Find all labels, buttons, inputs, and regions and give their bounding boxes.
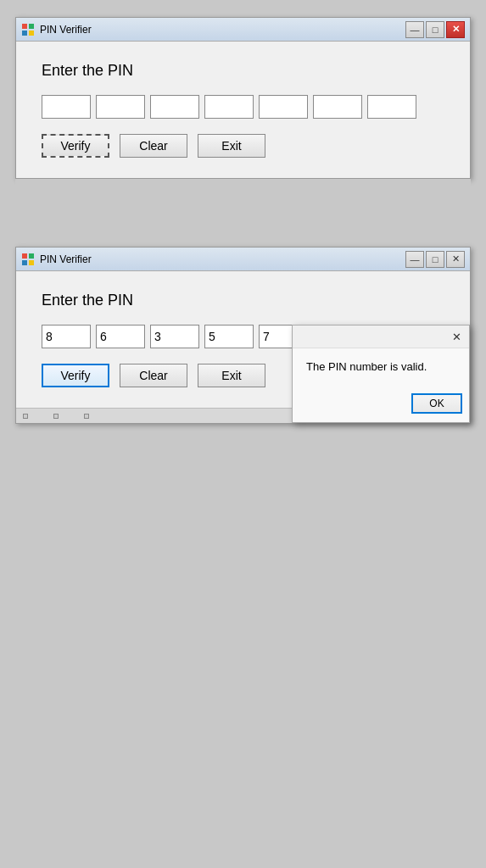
maximize-button-1[interactable]: □ xyxy=(426,21,444,38)
dialog-message: The PIN number is valid. xyxy=(306,360,455,373)
window-2: PIN Verifier — □ ✕ Enter the PIN Verify … xyxy=(15,247,471,424)
window-title-1: PIN Verifier xyxy=(40,24,405,36)
verify-button-2[interactable]: Verify xyxy=(42,364,109,387)
pin-input-2-1[interactable] xyxy=(96,325,145,348)
pin-input-2-3[interactable] xyxy=(204,325,254,348)
pin-input-2-0[interactable] xyxy=(42,325,91,348)
close-button-1[interactable]: ✕ xyxy=(446,21,465,38)
app-icon xyxy=(21,23,35,36)
dialog-titlebar: ✕ xyxy=(293,326,469,348)
dialog-body: The PIN number is valid. xyxy=(293,348,469,393)
button-row-1: Verify Clear Exit xyxy=(42,134,444,158)
strip-dots xyxy=(23,414,89,419)
dialog-ok-button[interactable]: OK xyxy=(411,393,462,414)
app-icon-2 xyxy=(21,253,35,266)
svg-rect-0 xyxy=(22,24,27,29)
svg-rect-7 xyxy=(29,260,34,265)
strip-dot-2 xyxy=(53,414,59,419)
maximize-button-2[interactable]: □ xyxy=(426,251,444,268)
pin-input-1-3[interactable] xyxy=(204,95,254,119)
svg-rect-2 xyxy=(22,31,27,36)
titlebar-buttons-2: — □ ✕ xyxy=(405,251,465,268)
strip-dot-3 xyxy=(84,414,89,419)
close-button-2[interactable]: ✕ xyxy=(446,251,465,268)
separator xyxy=(15,179,471,247)
titlebar-buttons-1: — □ ✕ xyxy=(405,21,465,38)
svg-rect-3 xyxy=(29,31,34,36)
titlebar-1: PIN Verifier — □ ✕ xyxy=(16,18,470,42)
window-title-2: PIN Verifier xyxy=(40,253,405,265)
clear-button-2[interactable]: Clear xyxy=(120,364,187,387)
pin-input-1-5[interactable] xyxy=(313,95,362,119)
titlebar-2: PIN Verifier — □ ✕ xyxy=(16,248,470,271)
exit-button-1[interactable]: Exit xyxy=(198,134,265,158)
svg-rect-6 xyxy=(22,260,27,265)
dialog-close-button[interactable]: ✕ xyxy=(449,329,464,344)
section-title-2: Enter the PIN xyxy=(42,292,444,309)
strip-dot-1 xyxy=(23,414,28,419)
validation-dialog: ✕ The PIN number is valid. OK xyxy=(292,325,470,423)
dialog-footer: OK xyxy=(293,393,469,422)
pin-row-1 xyxy=(42,95,444,119)
verify-button-1[interactable]: Verify xyxy=(42,134,109,158)
pin-input-1-0[interactable] xyxy=(42,95,91,119)
minimize-button-2[interactable]: — xyxy=(405,251,424,268)
section-title-1: Enter the PIN xyxy=(42,62,444,80)
svg-rect-5 xyxy=(29,253,34,259)
pin-input-2-2[interactable] xyxy=(150,325,199,348)
pin-input-1-2[interactable] xyxy=(150,95,199,119)
pin-input-1-4[interactable] xyxy=(259,95,308,119)
clear-button-1[interactable]: Clear xyxy=(120,134,187,158)
pin-input-1-1[interactable] xyxy=(96,95,145,119)
pin-input-1-6[interactable] xyxy=(367,95,416,119)
svg-rect-4 xyxy=(22,253,27,259)
minimize-button-1[interactable]: — xyxy=(405,21,424,38)
window-body-1: Enter the PIN Verify Clear Exit xyxy=(16,42,470,178)
window-1: PIN Verifier — □ ✕ Enter the PIN Verify … xyxy=(15,17,471,179)
svg-rect-1 xyxy=(29,24,34,29)
exit-button-2[interactable]: Exit xyxy=(198,364,265,387)
